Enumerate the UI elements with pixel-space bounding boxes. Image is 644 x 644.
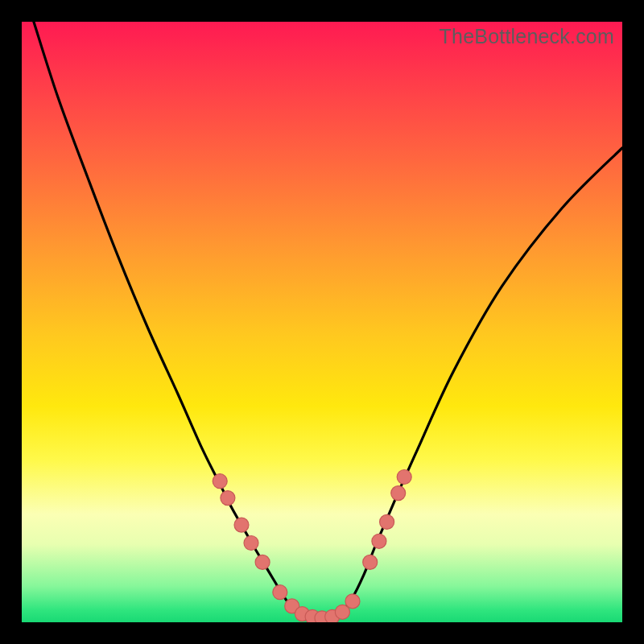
outer-frame: TheBottleneck.com [0,0,644,644]
curve-marker [363,555,378,569]
curve-marker [372,534,386,548]
curve-marker [213,474,227,489]
curve-marker [244,536,258,551]
curve-marker [234,518,249,532]
curve-marker [391,486,406,501]
curve-marker [345,594,360,609]
curve-markers [213,470,411,623]
chart-svg [22,22,622,622]
curve-marker [221,491,235,506]
curve-marker [397,470,411,485]
plot-area: TheBottleneck.com [22,22,622,622]
curve-marker [255,555,270,569]
bottleneck-curve [34,22,622,619]
curve-marker [380,514,394,529]
curve-marker [273,585,287,600]
